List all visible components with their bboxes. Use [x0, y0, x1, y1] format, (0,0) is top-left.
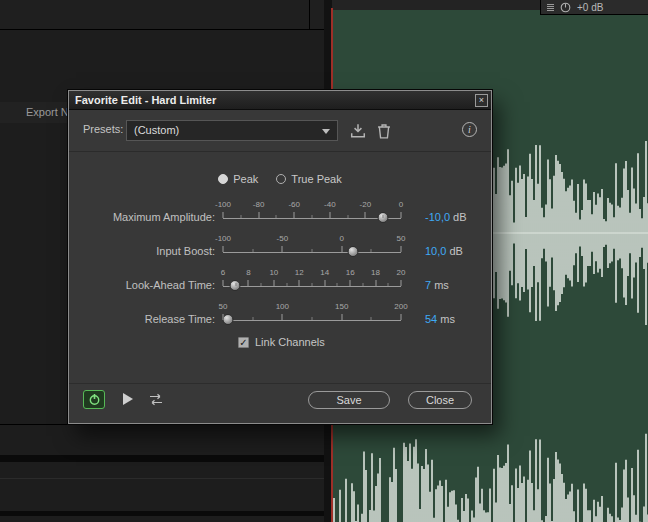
presets-dropdown[interactable]: (Custom) — [126, 120, 338, 141]
close-button[interactable]: Close — [408, 391, 472, 409]
slider-knob[interactable] — [223, 314, 234, 325]
tick-label: 200 — [394, 302, 407, 311]
volume-knob-icon[interactable] — [560, 2, 571, 13]
tick-label: 50 — [397, 234, 406, 243]
presets-label: Presets: — [83, 123, 123, 135]
radio-dot-icon — [218, 174, 228, 184]
tick-label: -40 — [324, 200, 336, 209]
info-icon[interactable]: i — [462, 122, 477, 137]
link-channels-checkbox-row[interactable]: ✓ Link Channels — [238, 336, 325, 348]
save-preset-icon[interactable] — [350, 123, 366, 139]
tick-label: -20 — [360, 200, 372, 209]
panel-separator — [0, 511, 332, 516]
close-icon[interactable]: × — [475, 94, 488, 107]
slider-track[interactable]: -100-50050 — [223, 233, 401, 261]
tick-label: -60 — [288, 200, 300, 209]
footer-separator — [69, 383, 491, 384]
tick-label: -100 — [215, 234, 231, 243]
db-readout[interactable]: +0 dB — [577, 2, 603, 13]
tick-label: 12 — [295, 268, 304, 277]
slider-value[interactable]: 7ms — [425, 279, 449, 291]
radio-peak[interactable]: Peak — [218, 173, 258, 185]
presets-section: Presets: (Custom) i — [69, 110, 491, 152]
slider-row-release-time: Release Time: 50100150200 54ms — [69, 301, 491, 331]
checkbox-checked-icon[interactable]: ✓ — [238, 337, 249, 348]
export-label[interactable]: Export N — [26, 106, 69, 118]
delete-preset-icon[interactable] — [376, 123, 392, 139]
slider-row-input-boost: Input Boost: -100-50050 10,0dB — [69, 233, 491, 263]
slider-line — [223, 320, 401, 321]
slider-line — [223, 252, 401, 253]
tick-label: 0 — [339, 234, 343, 243]
dialog-titlebar[interactable]: Favorite Edit - Hard Limiter — [69, 91, 491, 110]
tick-label: 6 — [221, 268, 225, 277]
radio-true-peak[interactable]: True Peak — [276, 173, 341, 185]
slider-value[interactable]: -10,0dB — [425, 211, 467, 223]
radio-true-peak-label: True Peak — [291, 173, 341, 185]
mini-meter-icon — [547, 4, 554, 11]
slider-knob[interactable] — [347, 246, 358, 257]
tick-label: 18 — [371, 268, 380, 277]
slider-track[interactable]: 68101214161820 — [223, 267, 401, 295]
slider-row-look-ahead-time: Look-Ahead Time: 68101214161820 7ms — [69, 267, 491, 297]
tick-label: 20 — [397, 268, 406, 277]
effect-power-toggle[interactable] — [83, 390, 105, 409]
link-channels-label: Link Channels — [255, 336, 325, 348]
tick-label: -50 — [277, 234, 289, 243]
slider-label: Release Time: — [69, 313, 215, 325]
tick-label: -80 — [253, 200, 265, 209]
dialog-title: Favorite Edit - Hard Limiter — [75, 94, 216, 106]
loop-playback-icon[interactable] — [147, 393, 165, 406]
panel-separator — [0, 455, 332, 462]
tick-label: 16 — [346, 268, 355, 277]
tick-label: 14 — [320, 268, 329, 277]
power-icon — [88, 393, 101, 406]
slider-line — [223, 218, 401, 219]
slider-track[interactable]: -100-80-60-40-200 — [223, 199, 401, 227]
panel-separator — [0, 424, 332, 425]
radio-circle-icon — [276, 174, 286, 184]
slider-label: Maximum Amplitude: — [69, 211, 215, 223]
tick-label: 100 — [276, 302, 289, 311]
preview-play-icon[interactable] — [123, 393, 133, 405]
panel-separator — [0, 478, 332, 479]
slider-track[interactable]: 50100150200 — [223, 301, 401, 329]
left-panel-header — [0, 0, 332, 30]
tick-label: 10 — [269, 268, 278, 277]
slider-value[interactable]: 54ms — [425, 313, 455, 325]
limiter-mode-group: Peak True Peak — [69, 171, 491, 187]
slider-line — [223, 286, 401, 287]
editor-mini-toolbar: +0 dB — [540, 0, 648, 15]
tick-label: 150 — [335, 302, 348, 311]
slider-value[interactable]: 10,0dB — [425, 245, 463, 257]
tick-label: 50 — [219, 302, 228, 311]
app-window: Export N +0 dB Favorite Edit - Hard Limi… — [0, 0, 648, 522]
tick-label: 0 — [399, 200, 403, 209]
presets-selected-value: (Custom) — [134, 124, 179, 136]
panel-divider — [309, 0, 310, 30]
radio-peak-label: Peak — [233, 173, 258, 185]
slider-label: Input Boost: — [69, 245, 215, 257]
chevron-down-icon — [322, 129, 330, 134]
tick-label: -100 — [215, 200, 231, 209]
save-button[interactable]: Save — [308, 391, 390, 409]
slider-label: Look-Ahead Time: — [69, 279, 215, 291]
tick-label: 8 — [246, 268, 250, 277]
hard-limiter-dialog: Favorite Edit - Hard Limiter × Presets: … — [68, 90, 492, 424]
slider-row-maximum-amplitude: Maximum Amplitude: -100-80-60-40-200 -10… — [69, 199, 491, 229]
